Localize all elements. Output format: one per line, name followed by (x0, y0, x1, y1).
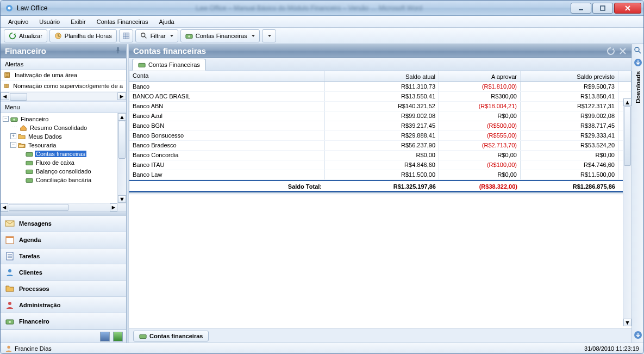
collapse-icon[interactable]: − (3, 116, 9, 122)
magnifier-icon (140, 32, 148, 40)
menubar: Arquivo Usuário Exibir Contas Financeira… (1, 16, 643, 28)
maximize-button[interactable] (592, 3, 613, 14)
svg-rect-14 (26, 161, 33, 165)
excel-icon[interactable] (113, 332, 123, 341)
svg-rect-26 (140, 334, 146, 338)
alerts-hscrollbar[interactable]: ◄ ► (1, 92, 126, 101)
table-row[interactable]: BancoR$11.310,73(R$1.810,00)R$9.500,73 (129, 82, 631, 92)
table-row[interactable]: Banco BGNR$39.217,45(R$500,00)R$38.717,4… (129, 121, 631, 131)
scroll-down-arrow[interactable]: ▼ (623, 319, 632, 326)
cell-conta: Banco Law (129, 170, 325, 179)
money-icon (26, 150, 33, 158)
cell-conta: BANCO ABC BRASIL (129, 92, 325, 101)
svg-rect-15 (26, 170, 33, 173)
splitter-grip[interactable] (1, 212, 126, 216)
svg-point-27 (635, 47, 639, 52)
menu-usuario[interactable]: Usuário (35, 17, 64, 26)
tree-node[interactable]: + Meus Dados (3, 132, 126, 141)
menu-ajuda[interactable]: Ajuda (155, 17, 179, 26)
collapse-icon[interactable]: − (10, 142, 16, 148)
nav-mensagens[interactable]: Mensagens (1, 216, 126, 232)
background-window-title: Law Office – Manual Básico do Módulo Fin… (47, 4, 571, 12)
alert-item[interactable]: Inativação de uma área (1, 70, 126, 81)
close-button[interactable] (614, 3, 641, 14)
column-header-conta[interactable]: Conta (129, 71, 325, 82)
cell-saldo: R$0,00 (325, 151, 439, 160)
refresh-button[interactable]: Atualizar (4, 29, 47, 42)
scroll-thumb[interactable] (624, 106, 631, 166)
tree-hscrollbar[interactable]: ◄ ► (1, 203, 126, 212)
menu-tree-header[interactable]: Menu (1, 101, 126, 113)
calculator-icon[interactable] (100, 332, 110, 341)
tree-leaf-label: Conciliação bancária (35, 177, 92, 183)
pin-icon[interactable] (114, 47, 122, 54)
menu-exibir[interactable]: Exibir (66, 17, 90, 26)
scroll-thumb[interactable] (118, 121, 126, 159)
cell-previsto: R$122.317,31 (521, 102, 618, 111)
scroll-up-arrow[interactable]: ▲ (118, 113, 126, 121)
table-row[interactable]: Banco ConcordiaR$0,00R$0,00R$0,00 (129, 151, 631, 160)
menu-arquivo[interactable]: Arquivo (4, 17, 33, 26)
tab-contas-financeiras[interactable]: Contas Financeiras (132, 59, 206, 71)
nav-tarefas[interactable]: Tarefas (1, 249, 126, 265)
cell-previsto: R$38.717,45 (521, 121, 618, 131)
scroll-left-arrow[interactable]: ◄ (1, 92, 9, 100)
magnifier-icon[interactable] (634, 46, 642, 55)
table-row[interactable]: Banco BradescoR$56.237,90(R$2.713,70)R$5… (129, 141, 631, 151)
alert-text: Nomeação como supervisor/gerente de a (13, 83, 123, 89)
tree-node[interactable]: ⋯ Resumo Consolidado (3, 123, 126, 132)
scroll-down-arrow[interactable]: ▼ (118, 195, 126, 203)
menu-contas-financeiras[interactable]: Contas Financeiras (92, 17, 153, 26)
tree-root[interactable]: − Financeiro (3, 115, 126, 123)
expand-icon[interactable]: + (10, 133, 16, 139)
download-arrow-icon[interactable] (634, 331, 642, 339)
svg-point-6 (141, 33, 145, 36)
tree-vscrollbar[interactable]: ▲ ▼ (117, 113, 126, 203)
accounts-button[interactable]: Contas Financeiras (180, 29, 260, 42)
filter-button[interactable]: Filtrar (135, 29, 178, 42)
tree-leaf[interactable]: Fluxo de caixa (3, 158, 126, 167)
scroll-left-arrow[interactable]: ◄ (1, 203, 8, 212)
doctab-contas-financeiras[interactable]: Contas financeiras (133, 331, 209, 341)
total-aprovar: (R$38.322,00) (439, 181, 521, 192)
column-header-saldo-previsto[interactable]: Saldo previsto (521, 71, 618, 82)
table-row[interactable]: Banco ABNR$140.321,52(R$18.004,21)R$122.… (129, 102, 631, 111)
scroll-thumb[interactable] (10, 93, 27, 101)
column-header-saldo-atual[interactable]: Saldo atual (325, 71, 439, 82)
alerts-header[interactable]: Alertas (1, 58, 126, 70)
scroll-thumb[interactable] (9, 204, 68, 211)
downloads-label[interactable]: Downloads (635, 71, 641, 103)
content-header: Contas financeiras (129, 44, 632, 58)
minimize-button[interactable] (571, 3, 591, 14)
close-icon[interactable] (618, 47, 627, 55)
nav-processos[interactable]: Processos (1, 281, 126, 297)
table-row[interactable]: Banco BonsucessoR$29.888,41(R$555,00)R$2… (129, 131, 631, 141)
nav-financeiro[interactable]: Financeiro (1, 313, 126, 330)
tree-leaf[interactable]: Balanço consolidado (3, 167, 126, 176)
nav-admin[interactable]: Administração (1, 297, 126, 313)
column-header-a-aprovar[interactable]: A aprovar (439, 71, 521, 82)
table-row[interactable]: Banco LawR$11.500,00R$0,00R$11.500,00 (129, 170, 631, 180)
table-row[interactable]: Banco ITAUR$4.846,60(R$100,00)R$4.746,60 (129, 160, 631, 170)
download-arrow-icon[interactable] (634, 58, 642, 67)
timesheet-button[interactable]: Planilha de Horas (49, 29, 117, 42)
alert-item[interactable]: Nomeação como supervisor/gerente de a (1, 81, 126, 92)
toolbar-overflow-button[interactable] (262, 29, 276, 42)
tree-leaf[interactable]: Conciliação bancária (3, 176, 126, 184)
grid-view-button[interactable] (119, 29, 133, 42)
table-row[interactable]: Banco AzulR$99.002,08R$0,00R$99.002,08 (129, 111, 631, 121)
nav-agenda[interactable]: Agenda (1, 232, 126, 249)
svg-rect-5 (123, 33, 129, 39)
scroll-right-arrow[interactable]: ► (110, 203, 117, 212)
clock-icon (54, 32, 62, 40)
nav-clientes[interactable]: Clientes (1, 264, 126, 281)
grid-vscrollbar[interactable]: ▲ ▼ (623, 98, 632, 326)
tree-node[interactable]: − Tesouraria (3, 141, 126, 150)
tree-leaf[interactable]: Contas financeiras (3, 150, 126, 158)
scroll-right-arrow[interactable]: ► (117, 92, 126, 100)
refresh-icon[interactable] (607, 47, 615, 55)
svg-point-22 (8, 302, 11, 305)
table-row[interactable]: BANCO ABC BRASILR$13.550,41R$300,00R$13.… (129, 92, 631, 102)
cell-saldo: R$29.888,41 (325, 131, 439, 140)
scroll-up-arrow[interactable]: ▲ (623, 98, 632, 106)
